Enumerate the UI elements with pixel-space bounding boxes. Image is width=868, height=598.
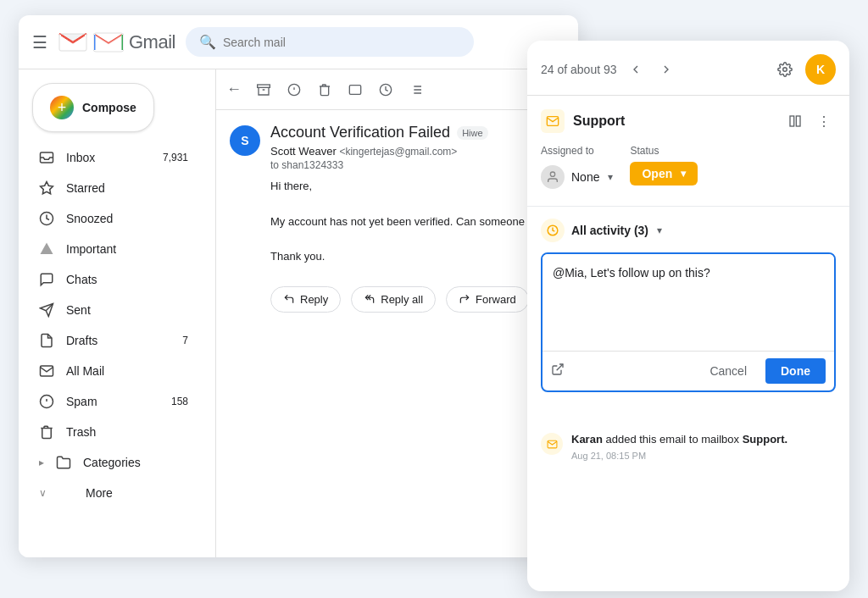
reply-button[interactable]: Reply xyxy=(270,286,341,313)
activity-chevron-icon: ▾ xyxy=(657,224,662,236)
important-label: Important xyxy=(66,242,188,256)
svg-marker-5 xyxy=(41,182,53,194)
panel-counter: 24 of about 93 xyxy=(541,63,617,76)
status-dropdown[interactable]: Open ▾ xyxy=(630,162,698,185)
email-body-line3: Thank you. xyxy=(270,248,565,266)
columns-icon[interactable] xyxy=(783,109,807,133)
inbox-count: 7,931 xyxy=(163,152,188,163)
panel-next-button[interactable] xyxy=(654,58,678,81)
sidebar: + Compose Inbox 7,931 Starred xyxy=(19,69,215,557)
feed-mailbox-icon xyxy=(541,433,563,455)
sidebar-item-spam[interactable]: Spam 158 xyxy=(19,386,202,417)
sent-icon xyxy=(39,302,54,318)
feed-target: Support. xyxy=(743,433,787,446)
assign-avatar xyxy=(541,165,565,189)
gmail-m-icon xyxy=(93,27,124,58)
back-icon[interactable]: ← xyxy=(226,80,242,98)
user-avatar-button[interactable]: K xyxy=(805,54,836,85)
sidebar-item-more[interactable]: ∨ More xyxy=(19,478,202,508)
more-toolbar-icon[interactable] xyxy=(404,78,428,102)
email-list: ← xyxy=(215,69,578,557)
sidebar-item-categories[interactable]: ▸ Categories xyxy=(19,447,202,478)
assigned-to-group: Assigned to None ▾ xyxy=(541,145,613,192)
activity-clock-icon xyxy=(541,219,565,242)
sent-label: Sent xyxy=(66,303,188,317)
assigned-name: None xyxy=(571,170,599,184)
activity-title: All activity (3) xyxy=(571,224,648,237)
hamburger-icon[interactable]: ☰ xyxy=(32,32,47,53)
comment-textarea[interactable]: @Mia, Let's follow up on this? xyxy=(542,254,834,347)
categories-expand-icon: ▸ xyxy=(39,457,44,468)
more-options-icon[interactable]: ⋮ xyxy=(812,109,836,133)
spam-toolbar-icon[interactable] xyxy=(282,78,306,102)
activity-feed: Karan added this email to mailbox Suppor… xyxy=(527,413,849,479)
feed-action: added this email to mailbox xyxy=(605,433,742,446)
starred-label: Starred xyxy=(66,181,188,195)
chats-label: Chats xyxy=(66,273,188,286)
gmail-window: ☰ xyxy=(19,15,578,557)
categories-icon xyxy=(56,455,71,470)
svg-rect-26 xyxy=(796,116,800,126)
support-mailbox-icon xyxy=(541,109,565,133)
sidebar-item-starred[interactable]: Starred xyxy=(19,173,202,203)
trash-icon xyxy=(39,424,54,440)
done-button[interactable]: Done xyxy=(765,358,826,384)
cancel-button[interactable]: Cancel xyxy=(698,358,759,384)
sidebar-item-inbox[interactable]: Inbox 7,931 xyxy=(19,142,202,173)
settings-icon[interactable] xyxy=(771,56,798,83)
email-subject-text: Account Verification Failed xyxy=(270,124,450,141)
email-to-line: to shan1324333 xyxy=(270,159,488,171)
panel-content: Support ⋮ Assigned to xyxy=(527,96,849,591)
drafts-icon xyxy=(39,333,54,348)
email-content: S Account Verification Failed Hiwe Scott… xyxy=(216,110,578,557)
reply-all-button[interactable]: Reply all xyxy=(351,286,436,313)
assigned-dropdown[interactable]: None ▾ xyxy=(541,162,613,192)
sidebar-item-sent[interactable]: Sent xyxy=(19,295,202,325)
spam-icon xyxy=(39,394,54,409)
email-body-line2: My account has not yet been verified. Ca… xyxy=(270,213,565,231)
support-header-actions: ⋮ xyxy=(783,109,836,133)
gmail-logo: Gmail xyxy=(58,27,175,58)
email-body: Hi there, My account has not yet been ve… xyxy=(216,178,578,276)
support-title-text: Support xyxy=(573,114,625,129)
search-bar[interactable]: 🔍 xyxy=(186,27,474,57)
compose-plus-icon: + xyxy=(50,96,74,119)
expand-icon[interactable] xyxy=(551,363,565,379)
comment-actions: Cancel Done xyxy=(542,351,834,390)
email-action-buttons: Reply Reply all Forward xyxy=(216,276,578,326)
assigned-to-label: Assigned to xyxy=(541,145,613,157)
sidebar-item-trash[interactable]: Trash xyxy=(19,417,202,447)
forward-button[interactable]: Forward xyxy=(446,286,529,313)
svg-point-27 xyxy=(550,172,554,176)
move-toolbar-icon[interactable] xyxy=(343,78,367,102)
inbox-icon xyxy=(39,150,54,165)
search-icon: 🔍 xyxy=(199,34,216,50)
delete-toolbar-icon[interactable] xyxy=(313,78,337,102)
panel-prev-button[interactable] xyxy=(624,58,648,81)
spam-label: Spam xyxy=(66,395,159,408)
panel-navigation: 24 of about 93 xyxy=(541,58,678,81)
panel-header: 24 of about 93 K xyxy=(527,41,849,96)
categories-label: Categories xyxy=(83,456,188,469)
search-input[interactable] xyxy=(223,36,460,49)
activity-header[interactable]: All activity (3) ▾ xyxy=(541,219,836,242)
email-subject-line: Account Verification Failed Hiwe xyxy=(270,124,488,141)
archive-icon[interactable] xyxy=(252,78,275,102)
svg-line-29 xyxy=(557,364,563,370)
sidebar-item-important[interactable]: Important xyxy=(19,234,202,264)
more-chevron-icon: ∨ xyxy=(39,487,47,499)
starred-icon xyxy=(39,180,54,196)
email-subject-badge: Hiwe xyxy=(457,126,487,140)
email-details: Account Verification Failed Hiwe Scott W… xyxy=(270,124,488,171)
feed-time: Aug 21, 08:15 PM xyxy=(571,451,787,461)
trash-label: Trash xyxy=(66,425,188,439)
email-sender-avatar: S xyxy=(230,125,260,156)
snooze-toolbar-icon[interactable] xyxy=(374,78,398,102)
sidebar-item-drafts[interactable]: Drafts 7 xyxy=(19,325,202,356)
assign-dropdown-arrow: ▾ xyxy=(608,171,613,183)
sidebar-item-chats[interactable]: Chats xyxy=(19,264,202,295)
activity-section: All activity (3) ▾ @Mia, Let's follow up… xyxy=(527,207,849,413)
sidebar-item-allmail[interactable]: All Mail xyxy=(19,356,202,386)
compose-button[interactable]: + Compose xyxy=(32,83,154,132)
sidebar-item-snoozed[interactable]: Snoozed xyxy=(19,203,202,234)
